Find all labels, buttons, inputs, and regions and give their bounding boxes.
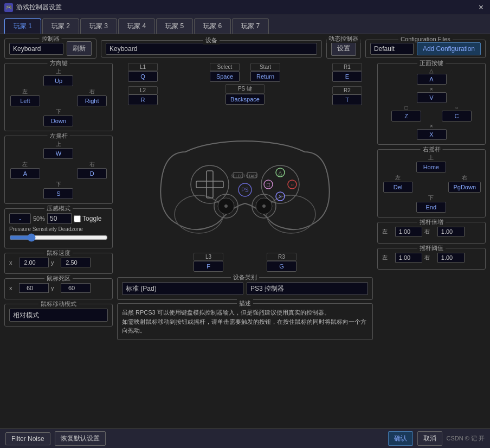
pressure-mode-label: 压感模式 [44,204,73,213]
triangle-button[interactable]: A [417,74,447,85]
device-type-select[interactable]: Keyboard [106,43,317,55]
dpad-up-label: 上 [43,68,73,75]
r-shoulder-group: R1 E R2 T [332,63,362,105]
tabs-bar: 玩家 1 玩家 2 玩家 3 玩家 4 玩家 5 玩家 6 玩家 7 [0,15,490,34]
controller-type-select[interactable]: Keyboard [9,43,63,55]
l1-button[interactable]: Q [128,71,158,82]
dpad-left-label: 左 [10,88,40,95]
filter-noise-button[interactable]: Filter Noise [5,432,50,445]
sticks-mult-left-label: 左 [382,228,393,235]
right-stick-label: 右摇杆 [421,145,443,153]
sticks-mult-right-input[interactable] [437,227,465,236]
add-config-button[interactable]: Add Configuration [417,42,481,55]
device-class-type-select[interactable]: 标准 (Pad) [122,282,243,295]
sticks-thresh-right-input[interactable] [437,253,465,263]
config-select[interactable]: Default [370,43,414,55]
toggle-checkbox[interactable] [74,215,81,222]
svg-text:SELECT: SELECT [230,174,246,178]
mouse-speed-x-input[interactable] [19,258,49,267]
description-section: 描述 虽然 RPCS3 可以使用键盘模拟控制器输入，但是强烈建议使用真实的控制器… [117,303,373,340]
tab-player2[interactable]: 玩家 2 [42,18,79,34]
mouse-dz-y-input[interactable] [61,283,91,293]
svg-rect-3 [207,171,213,198]
rstick-up-button[interactable]: Home [416,162,446,172]
svg-text:×: × [279,194,282,200]
content-area: 控制器 Keyboard 刷新 设备 Keyboard [0,34,490,428]
center-panel: L1 Q L2 R [117,63,373,424]
mouse-speed-y-input[interactable] [61,258,91,267]
pressure-value-button[interactable]: - [9,213,31,224]
mouse-speed-y-label: y [51,259,59,266]
description-label: 描述 [237,299,253,308]
face-buttons-section: 正面按键 △ A × V □ Z [377,63,486,145]
pressure-deadzone-slider[interactable] [9,233,108,242]
lstick-left-button[interactable]: A [10,168,40,179]
device-class-subtype-select[interactable]: PS3 控制器 [247,282,368,295]
toggle-checkbox-label[interactable]: Toggle [74,215,101,222]
tab-player5[interactable]: 玩家 5 [156,18,193,34]
bottom-right-actions: 确认 取消 CSDN © 记 开 [388,431,485,446]
l3-button[interactable]: F [194,261,223,272]
lstick-down-button[interactable]: S [43,188,73,199]
rstick-down-button[interactable]: End [416,202,446,213]
deadzone-label: Pressure Sensitivity Deadzone [9,226,108,232]
lstick-left-label: 左 [10,161,40,168]
reset-defaults-button[interactable]: 恢复默认设置 [55,431,106,446]
sticks-thresh-right-label: 右 [424,254,435,261]
ps-button[interactable]: Backspace [225,94,265,105]
r2-button[interactable]: T [332,94,362,105]
tab-player3[interactable]: 玩家 3 [80,18,117,34]
r2-label: R2 [332,86,362,94]
mouse-mode-select[interactable]: 相对模式 [9,309,108,322]
pressure-mode-section: 压感模式 - 50% Toggle Pressure Sensitivity D… [4,208,113,248]
left-panel: 方向键 上 Up 左 Left [4,63,113,424]
rstick-left-button[interactable]: Del [383,182,413,193]
sticks-threshold-section: 摇杆阈值 左 右 [377,248,486,270]
sticks-thresh-left-input[interactable] [395,253,422,263]
left-stick-section: 左摇杆 上 W 左 A 右 [4,136,113,204]
lstick-right-button[interactable]: D [77,168,107,179]
device-group: 设备 Keyboard [101,40,322,57]
r3-button[interactable]: G [267,261,296,272]
square-button[interactable]: Z [391,111,421,121]
controller-label: 控制器 [40,35,62,43]
svg-point-25 [262,204,266,208]
select-button[interactable]: Space [210,71,240,82]
tab-player7[interactable]: 玩家 7 [232,18,269,34]
dpad-label: 方向键 [48,59,70,67]
tab-player4[interactable]: 玩家 4 [118,18,155,34]
dpad-up-button[interactable]: Up [43,75,73,86]
cross-button[interactable]: V [417,92,447,103]
mouse-dz-x-input[interactable] [19,283,49,293]
lstick-up-button[interactable]: W [43,148,73,159]
bottom-left-actions: Filter Noise 恢复默认设置 [5,431,106,446]
mouse-mode-label: 鼠标移动模式 [38,300,79,308]
dynamic-settings-button[interactable]: 设置 [331,41,356,56]
svg-text:START: START [246,174,259,178]
dpad-right-button[interactable]: Right [77,95,107,106]
ps-key-label: PS 键 [225,84,265,94]
mouse-speed-section: 鼠标速度 x y [4,253,113,274]
pressure-spinner[interactable] [47,213,72,224]
extra-button[interactable]: X [417,129,447,140]
start-button[interactable]: Return [250,71,280,82]
mouse-dz-x-label: x [9,285,17,291]
circle-button[interactable]: C [442,111,472,121]
sticks-mult-left-input[interactable] [395,227,422,236]
svg-point-1 [267,195,315,233]
r1-button[interactable]: E [332,71,362,82]
rstick-right-button[interactable]: PgDown [448,182,481,193]
tab-player1[interactable]: 玩家 1 [4,18,41,34]
tab-player6[interactable]: 玩家 6 [194,18,231,34]
confirm-button[interactable]: 确认 [388,431,413,446]
l2-button[interactable]: R [128,94,158,105]
dpad-left-button[interactable]: Left [10,95,40,106]
svg-rect-4 [196,181,223,188]
cancel-button[interactable]: 取消 [417,431,442,446]
dpad-down-button[interactable]: Down [43,116,73,126]
svg-text:PS: PS [241,187,249,193]
sticks-thresh-left-label: 左 [382,254,393,261]
close-button[interactable]: × [476,3,486,12]
refresh-button[interactable]: 刷新 [67,41,92,56]
device-label: 设备 [203,36,220,44]
